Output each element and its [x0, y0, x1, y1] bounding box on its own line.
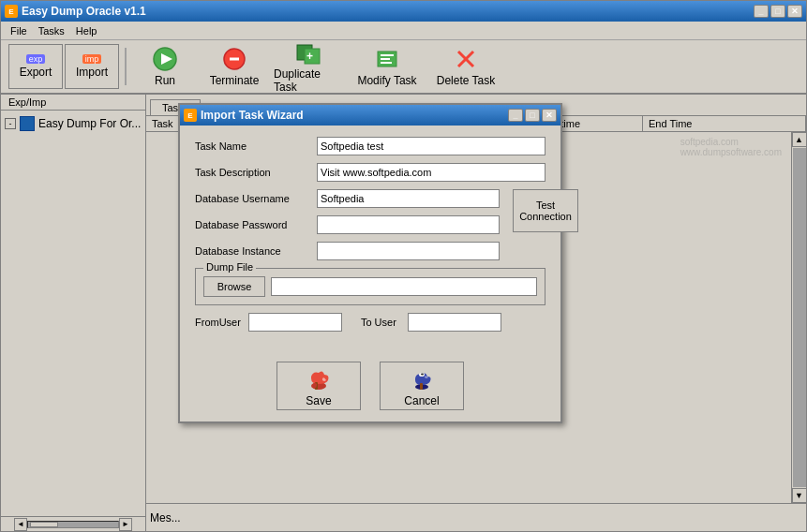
maximize-button[interactable]: □	[770, 5, 785, 18]
dialog-controls: _ □ ✕	[508, 109, 557, 122]
right-scroll-track	[793, 148, 806, 487]
scroll-right-button[interactable]: ►	[119, 518, 132, 531]
dump-row: Browse	[203, 276, 537, 297]
dialog-title: Import Task Wizard	[201, 109, 304, 122]
horizontal-scrollbar[interactable]: ◄ ►	[1, 516, 145, 531]
save-icon	[304, 365, 334, 392]
db-username-input[interactable]	[317, 189, 500, 208]
task-desc-input[interactable]	[317, 163, 545, 182]
run-label: Run	[155, 74, 175, 87]
task-name-row: Task Name	[195, 137, 545, 155]
svg-rect-16	[420, 383, 423, 390]
dialog-title-left: E Import Task Wizard	[184, 109, 304, 122]
run-icon	[150, 46, 180, 72]
import-task-wizard-dialog: E Import Task Wizard _ □ ✕ Task Name	[178, 103, 562, 423]
db-password-input[interactable]	[317, 215, 500, 234]
window-title: Easy Dump Oracle v1.1	[22, 5, 146, 18]
svg-rect-8	[381, 54, 394, 56]
from-user-input[interactable]	[248, 313, 342, 332]
menu-bar: File Tasks Help	[1, 22, 806, 40]
menu-tasks[interactable]: Tasks	[33, 23, 70, 38]
import-button[interactable]: imp Import	[65, 44, 119, 89]
column-end: End Time	[643, 116, 806, 131]
dialog-close-button[interactable]: ✕	[542, 109, 557, 122]
right-scrollbar[interactable]: ▲ ▼	[791, 132, 806, 503]
dump-file-input[interactable]	[271, 277, 537, 296]
svg-rect-3	[230, 58, 239, 61]
save-button[interactable]: Save	[276, 362, 361, 410]
db-password-row: Database Password	[195, 215, 500, 234]
duplicate-icon: +	[293, 39, 323, 66]
modify-task-button[interactable]: Modify Task	[350, 44, 425, 89]
export-label: Export	[20, 66, 52, 79]
task-name-label: Task Name	[195, 140, 317, 152]
dialog-content: Task Name Task Description Database User…	[180, 126, 560, 354]
duplicate-label: Duplicate Task	[274, 67, 343, 94]
exp-imp-buttons: exp Export imp Import	[8, 44, 119, 89]
exp-imp-tab[interactable]: Exp/Imp	[1, 95, 145, 111]
test-connection-section: TestConnection	[513, 189, 578, 232]
modify-icon	[372, 46, 402, 72]
db-username-label: Database Username	[195, 193, 317, 204]
terminate-button[interactable]: Terminate	[202, 44, 267, 89]
modify-label: Modify Task	[357, 74, 416, 87]
cancel-button[interactable]: Cancel	[380, 362, 464, 410]
svg-rect-10	[381, 62, 392, 64]
scroll-thumb[interactable]	[30, 522, 58, 527]
db-fields: Database Username Database Password Data…	[195, 189, 500, 268]
menu-help[interactable]: Help	[70, 23, 103, 38]
db-username-row: Database Username	[195, 189, 500, 208]
from-user-label: FromUser	[195, 317, 241, 328]
dump-file-section: Dump File Browse	[195, 268, 545, 305]
browse-button[interactable]: Browse	[203, 276, 265, 297]
dialog-title-bar: E Import Task Wizard _ □ ✕	[180, 105, 560, 126]
window-controls: _ □ ✕	[754, 5, 802, 18]
task-desc-row: Task Description	[195, 163, 545, 182]
menu-file[interactable]: File	[5, 23, 33, 38]
dump-file-legend: Dump File	[203, 261, 256, 273]
save-label: Save	[306, 394, 331, 407]
db-instance-row: Database Instance	[195, 242, 500, 260]
delete-label: Delete Task	[437, 74, 495, 87]
db-instance-label: Database Instance	[195, 245, 317, 257]
scroll-down-button[interactable]: ▼	[792, 488, 807, 503]
db-section: Database Username Database Password Data…	[195, 189, 545, 268]
tree-item[interactable]: - Easy Dump For Or...	[5, 114, 142, 133]
to-user-input[interactable]	[408, 313, 501, 332]
db-instance-input[interactable]	[317, 242, 500, 260]
delete-task-button[interactable]: Delete Task	[428, 44, 503, 89]
delete-icon	[451, 46, 481, 72]
title-bar-left: E Easy Dump Oracle v1.1	[5, 5, 146, 18]
terminate-label: Terminate	[210, 74, 260, 87]
terminate-icon	[221, 46, 247, 72]
to-user-label: To User	[361, 317, 396, 328]
from-to-row: FromUser To User	[195, 313, 545, 332]
import-label: Import	[76, 66, 108, 79]
scroll-left-button[interactable]: ◄	[14, 518, 27, 531]
dialog-footer: Save Cancel	[180, 354, 560, 421]
cancel-icon	[407, 365, 437, 392]
left-panel: Exp/Imp - Easy Dump For Or... ◄ ►	[1, 95, 146, 531]
title-bar: E Easy Dump Oracle v1.1 _ □ ✕	[1, 1, 806, 22]
svg-point-18	[421, 373, 424, 375]
main-window: E Easy Dump Oracle v1.1 _ □ ✕ File Tasks…	[0, 0, 807, 532]
export-button[interactable]: exp Export	[8, 44, 63, 89]
svg-rect-9	[381, 58, 390, 60]
scroll-track	[27, 521, 119, 528]
duplicate-task-button[interactable]: + Duplicate Task	[271, 44, 346, 89]
minimize-button[interactable]: _	[754, 5, 769, 18]
dialog-minimize-button[interactable]: _	[508, 109, 523, 122]
task-name-input[interactable]	[317, 137, 545, 155]
svg-text:+: +	[306, 50, 313, 63]
exp-tag: exp	[26, 54, 46, 64]
tree-node-icon	[20, 116, 35, 131]
tree-expand-icon[interactable]: -	[5, 118, 16, 129]
close-button[interactable]: ✕	[787, 5, 802, 18]
test-connection-button[interactable]: TestConnection	[513, 189, 578, 232]
run-button[interactable]: Run	[132, 44, 198, 89]
imp-tag: imp	[82, 54, 102, 64]
dialog-maximize-button[interactable]: □	[525, 109, 540, 122]
message-area: Mes...	[146, 503, 806, 531]
scroll-up-button[interactable]: ▲	[792, 132, 807, 147]
toolbar: exp Export imp Import Run	[1, 40, 806, 95]
